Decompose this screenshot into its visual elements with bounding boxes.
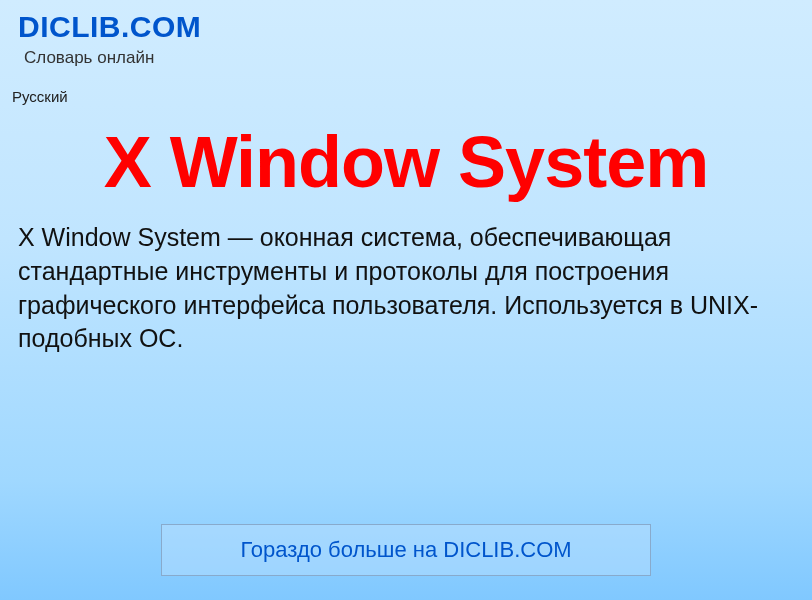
language-label: Русский <box>12 88 812 105</box>
footer-link-container[interactable]: Гораздо больше на DICLIB.COM <box>161 524 651 576</box>
tagline: Словарь онлайн <box>24 48 794 68</box>
header: DICLIB.COM Словарь онлайн <box>0 0 812 74</box>
description-text: X Window System — оконная система, обесп… <box>0 203 812 356</box>
page-title: X Window System <box>0 121 812 203</box>
site-name[interactable]: DICLIB.COM <box>18 10 794 44</box>
footer-link[interactable]: Гораздо больше на DICLIB.COM <box>240 537 571 562</box>
